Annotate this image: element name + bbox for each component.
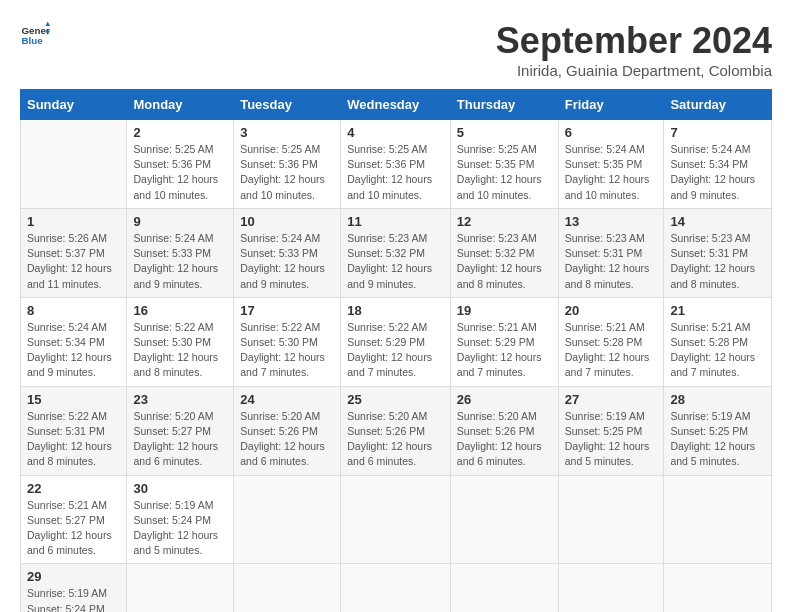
day-number: 12 bbox=[457, 214, 552, 229]
calendar-cell bbox=[341, 564, 451, 612]
weekday-header: Thursday bbox=[450, 90, 558, 120]
day-number: 6 bbox=[565, 125, 658, 140]
logo-icon: General Blue bbox=[20, 20, 50, 50]
day-number: 27 bbox=[565, 392, 658, 407]
calendar-cell: 30Sunrise: 5:19 AMSunset: 5:24 PMDayligh… bbox=[127, 475, 234, 564]
calendar-week-row: 15Sunrise: 5:22 AMSunset: 5:31 PMDayligh… bbox=[21, 386, 772, 475]
calendar-week-row: 29Sunrise: 5:19 AMSunset: 5:24 PMDayligh… bbox=[21, 564, 772, 612]
calendar-cell: 15Sunrise: 5:22 AMSunset: 5:31 PMDayligh… bbox=[21, 386, 127, 475]
weekday-header: Monday bbox=[127, 90, 234, 120]
day-number: 10 bbox=[240, 214, 334, 229]
day-number: 16 bbox=[133, 303, 227, 318]
day-number: 30 bbox=[133, 481, 227, 496]
weekday-header: Sunday bbox=[21, 90, 127, 120]
day-number: 13 bbox=[565, 214, 658, 229]
day-info: Sunrise: 5:19 AMSunset: 5:24 PMDaylight:… bbox=[27, 586, 120, 612]
calendar-cell bbox=[341, 475, 451, 564]
calendar-cell: 21Sunrise: 5:21 AMSunset: 5:28 PMDayligh… bbox=[664, 297, 772, 386]
svg-text:General: General bbox=[22, 25, 51, 36]
calendar-title: September 2024 bbox=[496, 20, 772, 62]
day-info: Sunrise: 5:22 AMSunset: 5:31 PMDaylight:… bbox=[27, 409, 120, 470]
day-number: 15 bbox=[27, 392, 120, 407]
day-number: 18 bbox=[347, 303, 444, 318]
calendar-cell bbox=[21, 120, 127, 209]
day-number: 25 bbox=[347, 392, 444, 407]
day-info: Sunrise: 5:19 AMSunset: 5:24 PMDaylight:… bbox=[133, 498, 227, 559]
day-number: 17 bbox=[240, 303, 334, 318]
day-info: Sunrise: 5:23 AMSunset: 5:32 PMDaylight:… bbox=[347, 231, 444, 292]
day-info: Sunrise: 5:22 AMSunset: 5:29 PMDaylight:… bbox=[347, 320, 444, 381]
day-number: 14 bbox=[670, 214, 765, 229]
calendar-cell: 2Sunrise: 5:25 AMSunset: 5:36 PMDaylight… bbox=[127, 120, 234, 209]
day-info: Sunrise: 5:26 AMSunset: 5:37 PMDaylight:… bbox=[27, 231, 120, 292]
day-number: 11 bbox=[347, 214, 444, 229]
calendar-cell: 28Sunrise: 5:19 AMSunset: 5:25 PMDayligh… bbox=[664, 386, 772, 475]
calendar-table: SundayMondayTuesdayWednesdayThursdayFrid… bbox=[20, 89, 772, 612]
day-info: Sunrise: 5:19 AMSunset: 5:25 PMDaylight:… bbox=[670, 409, 765, 470]
day-info: Sunrise: 5:20 AMSunset: 5:26 PMDaylight:… bbox=[457, 409, 552, 470]
calendar-cell bbox=[450, 475, 558, 564]
day-info: Sunrise: 5:23 AMSunset: 5:32 PMDaylight:… bbox=[457, 231, 552, 292]
calendar-cell: 14Sunrise: 5:23 AMSunset: 5:31 PMDayligh… bbox=[664, 208, 772, 297]
day-info: Sunrise: 5:24 AMSunset: 5:34 PMDaylight:… bbox=[27, 320, 120, 381]
calendar-cell: 16Sunrise: 5:22 AMSunset: 5:30 PMDayligh… bbox=[127, 297, 234, 386]
day-info: Sunrise: 5:25 AMSunset: 5:36 PMDaylight:… bbox=[133, 142, 227, 203]
calendar-cell: 8Sunrise: 5:24 AMSunset: 5:34 PMDaylight… bbox=[21, 297, 127, 386]
day-info: Sunrise: 5:21 AMSunset: 5:28 PMDaylight:… bbox=[565, 320, 658, 381]
calendar-cell bbox=[127, 564, 234, 612]
day-info: Sunrise: 5:25 AMSunset: 5:35 PMDaylight:… bbox=[457, 142, 552, 203]
day-number: 28 bbox=[670, 392, 765, 407]
calendar-cell: 11Sunrise: 5:23 AMSunset: 5:32 PMDayligh… bbox=[341, 208, 451, 297]
calendar-cell: 27Sunrise: 5:19 AMSunset: 5:25 PMDayligh… bbox=[558, 386, 664, 475]
day-info: Sunrise: 5:24 AMSunset: 5:34 PMDaylight:… bbox=[670, 142, 765, 203]
calendar-cell: 5Sunrise: 5:25 AMSunset: 5:35 PMDaylight… bbox=[450, 120, 558, 209]
day-info: Sunrise: 5:22 AMSunset: 5:30 PMDaylight:… bbox=[133, 320, 227, 381]
day-info: Sunrise: 5:24 AMSunset: 5:35 PMDaylight:… bbox=[565, 142, 658, 203]
calendar-cell: 9Sunrise: 5:24 AMSunset: 5:33 PMDaylight… bbox=[127, 208, 234, 297]
day-number: 9 bbox=[133, 214, 227, 229]
calendar-cell: 13Sunrise: 5:23 AMSunset: 5:31 PMDayligh… bbox=[558, 208, 664, 297]
day-number: 3 bbox=[240, 125, 334, 140]
calendar-subtitle: Inirida, Guainia Department, Colombia bbox=[496, 62, 772, 79]
calendar-cell bbox=[558, 475, 664, 564]
day-number: 24 bbox=[240, 392, 334, 407]
calendar-cell bbox=[558, 564, 664, 612]
day-number: 8 bbox=[27, 303, 120, 318]
title-block: September 2024 Inirida, Guainia Departme… bbox=[496, 20, 772, 79]
calendar-cell: 18Sunrise: 5:22 AMSunset: 5:29 PMDayligh… bbox=[341, 297, 451, 386]
calendar-cell bbox=[234, 475, 341, 564]
calendar-cell bbox=[664, 475, 772, 564]
day-info: Sunrise: 5:22 AMSunset: 5:30 PMDaylight:… bbox=[240, 320, 334, 381]
day-number: 20 bbox=[565, 303, 658, 318]
day-info: Sunrise: 5:23 AMSunset: 5:31 PMDaylight:… bbox=[565, 231, 658, 292]
calendar-cell: 17Sunrise: 5:22 AMSunset: 5:30 PMDayligh… bbox=[234, 297, 341, 386]
calendar-cell bbox=[664, 564, 772, 612]
calendar-cell: 29Sunrise: 5:19 AMSunset: 5:24 PMDayligh… bbox=[21, 564, 127, 612]
weekday-header: Tuesday bbox=[234, 90, 341, 120]
day-number: 5 bbox=[457, 125, 552, 140]
day-number: 26 bbox=[457, 392, 552, 407]
calendar-cell: 4Sunrise: 5:25 AMSunset: 5:36 PMDaylight… bbox=[341, 120, 451, 209]
day-info: Sunrise: 5:25 AMSunset: 5:36 PMDaylight:… bbox=[240, 142, 334, 203]
calendar-week-row: 8Sunrise: 5:24 AMSunset: 5:34 PMDaylight… bbox=[21, 297, 772, 386]
logo: General Blue bbox=[20, 20, 50, 50]
day-number: 4 bbox=[347, 125, 444, 140]
svg-text:Blue: Blue bbox=[22, 35, 44, 46]
day-number: 7 bbox=[670, 125, 765, 140]
weekday-header: Saturday bbox=[664, 90, 772, 120]
calendar-cell: 1Sunrise: 5:26 AMSunset: 5:37 PMDaylight… bbox=[21, 208, 127, 297]
calendar-cell: 20Sunrise: 5:21 AMSunset: 5:28 PMDayligh… bbox=[558, 297, 664, 386]
day-number: 19 bbox=[457, 303, 552, 318]
svg-marker-2 bbox=[46, 22, 51, 27]
calendar-cell: 12Sunrise: 5:23 AMSunset: 5:32 PMDayligh… bbox=[450, 208, 558, 297]
day-info: Sunrise: 5:20 AMSunset: 5:26 PMDaylight:… bbox=[347, 409, 444, 470]
day-number: 21 bbox=[670, 303, 765, 318]
day-info: Sunrise: 5:23 AMSunset: 5:31 PMDaylight:… bbox=[670, 231, 765, 292]
page-header: General Blue September 2024 Inirida, Gua… bbox=[20, 20, 772, 79]
day-info: Sunrise: 5:20 AMSunset: 5:27 PMDaylight:… bbox=[133, 409, 227, 470]
calendar-cell: 3Sunrise: 5:25 AMSunset: 5:36 PMDaylight… bbox=[234, 120, 341, 209]
calendar-cell: 10Sunrise: 5:24 AMSunset: 5:33 PMDayligh… bbox=[234, 208, 341, 297]
day-info: Sunrise: 5:20 AMSunset: 5:26 PMDaylight:… bbox=[240, 409, 334, 470]
day-number: 29 bbox=[27, 569, 120, 584]
day-info: Sunrise: 5:19 AMSunset: 5:25 PMDaylight:… bbox=[565, 409, 658, 470]
